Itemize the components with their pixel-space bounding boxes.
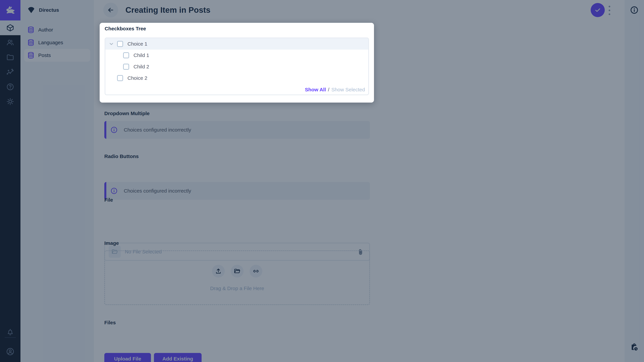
checkbox-child-1[interactable] <box>123 52 129 58</box>
field-label-checkboxes-tree: Checkboxes Tree <box>105 26 146 31</box>
tree-row-label: Choice 1 <box>128 41 147 47</box>
tree-row-label: Choice 2 <box>128 75 147 81</box>
show-selected-link[interactable]: Show Selected <box>332 87 365 92</box>
checkbox-choice-1[interactable] <box>117 41 123 47</box>
tree-row-choice-2[interactable]: Choice 2 <box>105 72 368 84</box>
checkboxes-tree-input: Choice 1 Child 1 Child 2 Choice 2 Show A… <box>105 37 369 95</box>
footer-separator: / <box>328 87 330 92</box>
show-all-link[interactable]: Show All <box>305 87 326 92</box>
checkbox-choice-2[interactable] <box>117 75 123 81</box>
tree-footer: Show All / Show Selected <box>305 87 365 92</box>
tree-row-choice-1[interactable]: Choice 1 <box>105 38 368 50</box>
checkbox-child-2[interactable] <box>123 64 129 70</box>
chevron-down-icon[interactable] <box>109 41 114 46</box>
tree-row-label: Child 1 <box>134 52 149 58</box>
checkboxes-tree-popup: Checkboxes Tree Choice 1 Child 1 Child 2… <box>100 23 374 103</box>
tree-row-child-1[interactable]: Child 1 <box>105 50 368 61</box>
app-window: Directus Author Languages <box>0 0 644 362</box>
tree-row-child-2[interactable]: Child 2 <box>105 61 368 72</box>
tree-row-label: Child 2 <box>134 64 149 69</box>
